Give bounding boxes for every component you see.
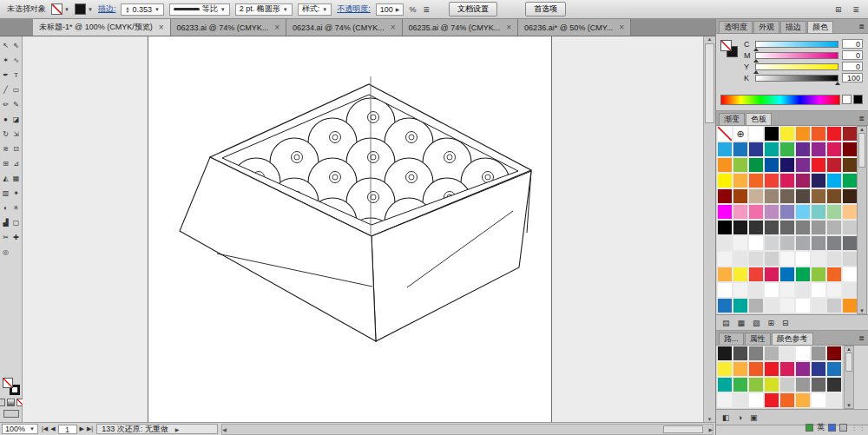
panel-tab[interactable]: 描边 [780,21,806,33]
swatch[interactable] [733,157,748,173]
swatch[interactable] [842,282,858,298]
hand-tool[interactable]: ✚ [11,230,22,245]
close-icon[interactable]: × [274,23,279,31]
stroke-panel-link[interactable]: 描边: [98,3,116,15]
swatch[interactable] [764,204,779,220]
horizontal-scrollbar[interactable]: ◀ ▶ [221,424,713,435]
color-mode-icon[interactable] [0,399,5,406]
swatch[interactable] [842,267,858,282]
swatch[interactable] [795,204,811,220]
color-guide-swatch[interactable] [779,392,795,408]
swatch[interactable] [795,282,811,298]
color-guide-swatch[interactable] [717,377,733,392]
swatch[interactable] [779,142,795,157]
line-segment-tool[interactable]: ╱ [1,82,11,97]
swatch[interactable] [717,282,733,298]
swatch[interactable] [826,188,842,204]
stroke-weight-stepper[interactable]: ▲▼ [125,6,129,13]
swatch[interactable] [826,267,842,282]
swatches-scrollbar[interactable]: ▲ ▼ [857,126,867,314]
gradient-mode-icon[interactable] [7,399,15,406]
swatch[interactable] [842,251,858,267]
swatch[interactable] [842,157,858,173]
artboard-number-field[interactable]: 1 [58,425,77,434]
swatch[interactable] [795,251,811,267]
channel-slider[interactable] [755,41,838,48]
ime-options-icon[interactable] [839,424,847,432]
column-graph-tool[interactable]: ▟ [1,215,11,230]
swatch[interactable] [779,188,795,204]
swatches-scrollbar-thumb[interactable] [858,133,865,168]
swatch[interactable] [717,298,733,313]
color-guide-swatch[interactable] [811,361,826,377]
swatch[interactable] [779,173,795,188]
swatch[interactable] [764,235,779,251]
swatch[interactable] [795,157,811,173]
color-guide-swatch[interactable] [717,392,733,408]
document-tab[interactable]: 06234.ai @ 74% (CMYK...× [286,19,403,36]
panel-menu-icon[interactable]: ≣ [858,334,865,342]
swatch[interactable] [733,298,748,313]
perspective-grid-tool[interactable]: ⊿ [11,156,22,171]
swatch[interactable] [795,235,811,251]
style-dropdown[interactable]: 样式: ▼ [298,3,332,16]
swatch[interactable] [733,267,748,282]
swatch[interactable] [717,220,733,235]
swatch[interactable] [842,235,858,251]
color-guide-swatch[interactable] [795,377,811,392]
artboard-tool[interactable]: ▢ [11,215,22,230]
next-artboard-button[interactable]: ▶ [80,425,84,432]
swatch[interactable] [826,142,842,157]
horizontal-scrollbar-thumb[interactable] [663,425,703,433]
swatch-options-button[interactable]: ▨ [753,319,760,327]
channel-value-field[interactable]: 0 [842,62,863,71]
color-guide-swatch[interactable] [748,377,764,392]
edit-colors-button[interactable]: ◑ [738,413,742,422]
document-setup-button[interactable]: 文档设置 [449,2,497,16]
swatch[interactable] [826,282,842,298]
swatch[interactable] [826,251,842,267]
panel-tab[interactable]: 透明度 [719,21,753,33]
panel-menu-icon[interactable]: ≣ [858,23,865,30]
status-display[interactable]: 133 次还原: 无重做 ▶ [96,424,218,434]
canvas[interactable] [23,36,703,422]
channel-slider[interactable] [755,52,838,59]
swatch[interactable] [748,126,764,142]
document-tab[interactable]: 06233.ai @ 74% (CMYK...× [171,19,287,36]
swatch[interactable] [779,126,795,142]
swatch[interactable] [842,298,858,313]
swatch[interactable] [795,267,811,282]
swatch[interactable] [748,282,764,298]
swatch[interactable] [811,157,826,173]
close-icon[interactable]: × [159,23,164,31]
fill-chip[interactable] [720,40,732,51]
swatch[interactable] [764,220,779,235]
swatch[interactable] [811,126,826,142]
swatch[interactable] [764,267,779,282]
swatch[interactable] [795,220,811,235]
swatch[interactable] [795,126,811,142]
rectangle-tool[interactable]: ▭ [11,82,22,97]
document-tab[interactable]: 未标题-1* @ 100% (CMYK/预览)× [33,19,171,36]
swatch[interactable] [811,298,826,313]
color-spectrum-bar[interactable] [720,95,840,105]
fill-color-dropdown[interactable]: ▼ [51,3,69,15]
color-guide-swatch[interactable] [748,346,764,361]
swatch[interactable] [779,282,795,298]
swatch[interactable] [764,298,779,313]
color-guide-swatch[interactable] [748,361,764,377]
width-tool[interactable]: ≋ [1,142,11,156]
swatch[interactable] [842,188,858,204]
free-transform-tool[interactable]: ⊡ [11,142,22,156]
lasso-tool[interactable]: ∿ [11,53,22,68]
swatch[interactable] [748,204,764,220]
color-guide-swatch[interactable] [733,361,748,377]
white-swatch[interactable] [842,95,852,104]
opacity-field[interactable]: 100 ▶ [376,3,404,16]
color-guide-swatch[interactable] [779,361,795,377]
document-tab[interactable]: 06235.ai @ 74% (CMYK...× [403,19,519,36]
stroke-color-dropdown[interactable]: ▼ [75,3,93,15]
panel-tab[interactable]: 路... [719,333,744,345]
document-tab[interactable]: 06236.ai* @ 50% (CMY...× [518,19,631,36]
color-guide-swatch[interactable] [826,361,842,377]
